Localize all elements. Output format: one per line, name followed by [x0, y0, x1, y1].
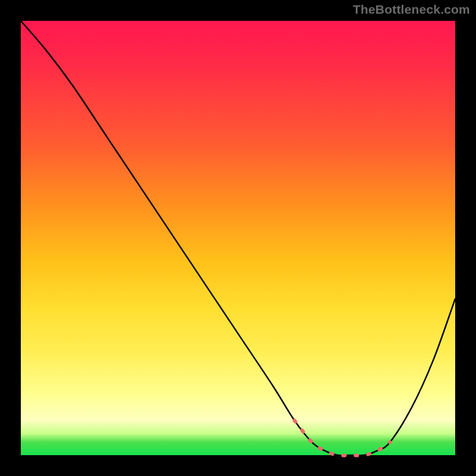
chart-frame: TheBottleneck.com: [0, 0, 476, 476]
plot-area: [21, 21, 455, 455]
bottleneck-curve-main: [21, 21, 455, 456]
attribution-text: TheBottleneck.com: [353, 2, 470, 17]
curve-svg: [21, 21, 455, 455]
